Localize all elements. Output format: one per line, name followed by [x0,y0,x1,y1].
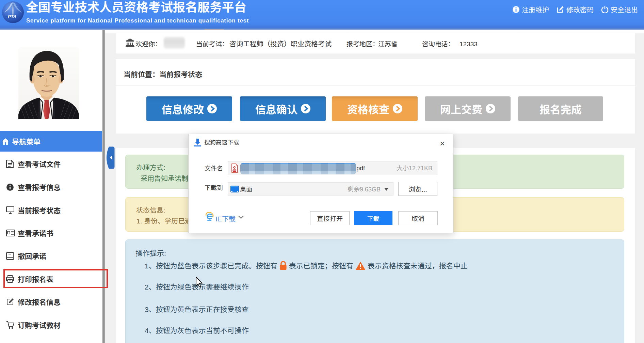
svg-text:PTA: PTA [8,14,16,19]
svg-text:PDF: PDF [233,170,236,172]
